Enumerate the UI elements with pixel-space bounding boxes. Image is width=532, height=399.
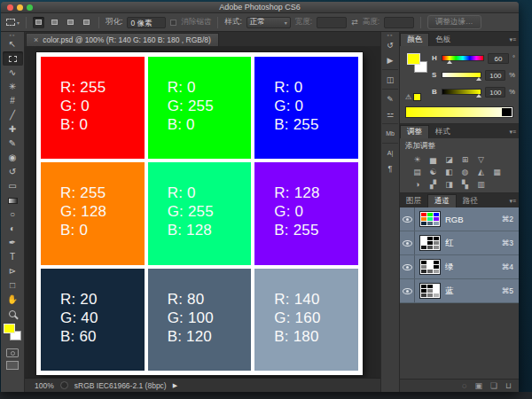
adjustment-icon[interactable]: ◨	[442, 178, 456, 190]
swap-dimensions-icon[interactable]: ⇄	[351, 18, 358, 27]
clone-stamp-tool[interactable]: ◉	[3, 151, 23, 165]
add-to-selection-button[interactable]	[49, 17, 60, 28]
save-selection-as-channel-icon[interactable]: ▣	[474, 382, 482, 390]
tab-adjustments[interactable]: 调整	[400, 125, 429, 138]
tab-color[interactable]: 颜色	[400, 33, 429, 46]
foreground-color-swatch[interactable]	[407, 53, 420, 65]
adjustment-icon[interactable]: ▞	[426, 178, 440, 190]
magic-wand-tool[interactable]: ✳	[3, 80, 23, 94]
close-tab-icon[interactable]: ×	[34, 35, 38, 44]
channel-row-红[interactable]: 红⌘3	[400, 231, 519, 255]
panel-menu-icon[interactable]: ▾≡	[509, 129, 516, 136]
panel-menu-icon[interactable]: ▾≡	[509, 36, 516, 43]
channel-row-蓝[interactable]: 蓝⌘5	[400, 279, 519, 303]
adjustment-icon[interactable]: ◧	[442, 166, 456, 177]
slider-marker-icon[interactable]	[447, 60, 452, 64]
adjustment-icon[interactable]: ▽	[474, 153, 488, 165]
pen-tool[interactable]: ✒	[3, 236, 23, 250]
brush-presets-panel-icon[interactable]: ⚍	[382, 106, 398, 121]
status-options-arrow[interactable]: ▶	[173, 382, 177, 389]
path-selection-tool[interactable]: ⊳	[3, 264, 23, 278]
intersect-selection-button[interactable]	[81, 17, 92, 28]
visibility-toggle[interactable]	[400, 231, 415, 254]
document-tab[interactable]: × color.psd @ 100% (R: 140 G: 160 B: 180…	[26, 33, 219, 46]
screen-mode-button[interactable]	[6, 361, 19, 370]
quick-mask-button[interactable]	[6, 348, 19, 357]
eraser-tool[interactable]: ▭	[3, 179, 23, 193]
history-panel-icon[interactable]: ↺	[382, 37, 398, 52]
style-select[interactable]: 正常 ▾	[246, 17, 291, 28]
gradient-tool[interactable]	[3, 193, 23, 207]
paragraph-panel-icon[interactable]: ¶	[382, 160, 398, 176]
foreground-color-swatch[interactable]	[4, 324, 15, 333]
visibility-toggle[interactable]	[400, 207, 415, 231]
type-tool[interactable]: T	[3, 250, 23, 264]
tab-styles[interactable]: 样式	[429, 125, 457, 138]
shape-tool[interactable]: □	[3, 278, 23, 293]
channel-row-RGB[interactable]: RGB⌘2	[400, 207, 519, 231]
adjustment-icon[interactable]: ◍	[458, 166, 472, 177]
antialias-checkbox[interactable]	[170, 20, 176, 26]
h-slider[interactable]	[442, 55, 484, 61]
height-input[interactable]	[384, 17, 414, 28]
blur-tool[interactable]: ○	[3, 207, 23, 222]
adjustment-icon[interactable]: ◪	[442, 153, 456, 165]
brush-tool[interactable]: ✎	[3, 137, 23, 151]
canvas-viewport[interactable]: R: 255G: 0B: 0R: 0G: 255B: 0R: 0G: 0B: 2…	[25, 46, 380, 378]
mini-bridge-panel-icon[interactable]: Mb	[382, 126, 398, 141]
properties-panel-icon[interactable]: ◫	[382, 72, 398, 87]
brush-panel-icon[interactable]: ✎	[382, 91, 398, 106]
actions-panel-icon[interactable]: ▶	[382, 52, 398, 67]
zoom-level-input[interactable]: 100%	[35, 381, 54, 390]
adjustment-icon[interactable]: ▅	[426, 153, 440, 165]
minimize-window-button[interactable]	[17, 4, 23, 11]
tool-preset-button[interactable]: ▾	[6, 19, 20, 26]
visibility-toggle[interactable]	[400, 255, 415, 278]
visibility-toggle[interactable]	[400, 279, 415, 302]
load-channel-selection-icon[interactable]: ◌	[462, 382, 466, 390]
refine-edge-button[interactable]: 调整边缘…	[427, 15, 481, 29]
color-ramp[interactable]	[405, 106, 513, 118]
adjustment-icon[interactable]: ▦	[490, 166, 504, 177]
adjustment-icon[interactable]: ▥	[474, 178, 488, 190]
s-value-input[interactable]: 100	[485, 70, 505, 81]
h-value-input[interactable]: 60	[488, 53, 509, 64]
gamut-warning[interactable]: ⚠	[405, 93, 421, 101]
tab-layers[interactable]: 图层	[400, 194, 427, 207]
b-value-input[interactable]: 100	[485, 87, 505, 98]
zoom-tool[interactable]	[3, 307, 23, 321]
slider-marker-icon[interactable]	[476, 94, 481, 98]
close-window-button[interactable]	[7, 4, 13, 11]
move-tool[interactable]: ↖	[3, 37, 23, 51]
adjustment-icon[interactable]: ▤	[411, 166, 424, 177]
adjustment-icon[interactable]: ◭	[474, 166, 488, 177]
new-channel-icon[interactable]: ❏	[490, 382, 497, 390]
crop-tool[interactable]: #	[3, 94, 23, 108]
history-brush-tool[interactable]: ↺	[3, 165, 23, 179]
slider-marker-icon[interactable]	[476, 77, 481, 81]
dodge-tool[interactable]: ◐	[3, 222, 23, 236]
b-slider[interactable]	[442, 89, 482, 95]
eyedropper-tool[interactable]: ╱	[3, 108, 23, 122]
subtract-from-selection-button[interactable]	[65, 17, 76, 28]
delete-channel-icon[interactable]: ⊔	[505, 382, 512, 390]
channel-row-绿[interactable]: 绿⌘4	[400, 255, 519, 279]
black-chip[interactable]	[502, 108, 512, 116]
rectangular-marquee-tool[interactable]	[3, 51, 23, 66]
adjustment-icon[interactable]: ☀	[411, 153, 424, 165]
adjustment-icon[interactable]: ▚	[458, 178, 472, 190]
adjustment-icon[interactable]: ⊞	[458, 153, 472, 165]
adjustment-icon[interactable]: ◑	[411, 178, 424, 190]
tab-paths[interactable]: 路径	[457, 194, 484, 207]
tab-swatches[interactable]: 色板	[429, 33, 457, 46]
width-input[interactable]	[317, 17, 347, 28]
feather-input[interactable]: 0 像素	[127, 17, 166, 28]
character-panel-icon[interactable]: A|	[382, 145, 398, 160]
hand-tool[interactable]: ✋	[3, 293, 23, 307]
tab-channels[interactable]: 通道	[427, 194, 457, 207]
healing-brush-tool[interactable]: ✚	[3, 122, 23, 137]
lasso-tool[interactable]: ∿	[3, 66, 23, 80]
panel-menu-icon[interactable]: ▾≡	[509, 198, 516, 205]
zoom-window-button[interactable]	[27, 4, 33, 11]
new-selection-button[interactable]	[33, 17, 44, 28]
